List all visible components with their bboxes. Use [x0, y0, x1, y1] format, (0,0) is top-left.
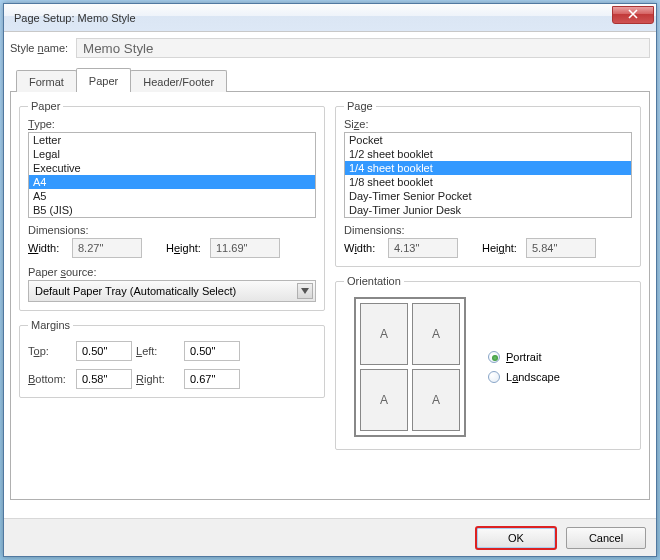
page-width-input[interactable]: 4.13" [388, 238, 458, 258]
paper-legend: Paper [28, 100, 63, 112]
paper-type-option[interactable]: B5 (JIS) [29, 203, 315, 217]
page-height-label: Height: [482, 242, 520, 254]
margin-bottom-label: Bottom: [28, 373, 72, 385]
page-height-input[interactable]: 5.84" [526, 238, 596, 258]
page-size-option[interactable]: 1/4 sheet booklet [345, 161, 631, 175]
page-group: Page Size: Pocket1/2 sheet booklet1/4 sh… [335, 100, 641, 267]
page-size-option[interactable]: 1/2 sheet booklet [345, 147, 631, 161]
preview-page: A [360, 369, 408, 431]
style-name-input[interactable] [76, 38, 650, 58]
paper-type-label: Type: [28, 118, 316, 130]
paper-type-option[interactable]: A4 [29, 175, 315, 189]
page-size-label: Size: [344, 118, 632, 130]
paper-width-input[interactable]: 8.27" [72, 238, 142, 258]
paper-width-label: Width: [28, 242, 66, 254]
portrait-label: Portrait [506, 351, 541, 363]
right-column: Page Size: Pocket1/2 sheet booklet1/4 sh… [335, 100, 641, 491]
page-setup-dialog: Page Setup: Memo Style Style name: Forma… [3, 3, 657, 557]
margin-top-input[interactable]: 0.50" [76, 341, 132, 361]
tab-header-footer[interactable]: Header/Footer [130, 70, 227, 92]
preview-page: A [360, 303, 408, 365]
margin-bottom-input[interactable]: 0.58" [76, 369, 132, 389]
ok-button[interactable]: OK [476, 527, 556, 549]
tabs: Format Paper Header/Footer [10, 68, 650, 92]
page-legend: Page [344, 100, 376, 112]
page-dimensions-label: Dimensions: [344, 224, 632, 236]
paper-dimensions-label: Dimensions: [28, 224, 316, 236]
left-column: Paper Type: LetterLegalExecutiveA4A5B5 (… [19, 100, 325, 491]
preview-page: A [412, 303, 460, 365]
paper-type-listbox[interactable]: LetterLegalExecutiveA4A5B5 (JIS) [28, 132, 316, 218]
orientation-legend: Orientation [344, 275, 404, 287]
margin-right-input[interactable]: 0.67" [184, 369, 240, 389]
paper-source-label: Paper source: [28, 266, 316, 278]
paper-type-option[interactable]: Legal [29, 147, 315, 161]
tab-format[interactable]: Format [16, 70, 77, 92]
margin-left-input[interactable]: 0.50" [184, 341, 240, 361]
cancel-button[interactable]: Cancel [566, 527, 646, 549]
page-size-option[interactable]: Day-Timer Senior Pocket [345, 189, 631, 203]
dialog-content: Style name: Format Paper Header/Footer P… [4, 32, 656, 518]
margins-legend: Margins [28, 319, 73, 331]
paper-source-value: Default Paper Tray (Automatically Select… [35, 285, 236, 297]
margin-left-label: Left: [136, 345, 180, 357]
paper-group: Paper Type: LetterLegalExecutiveA4A5B5 (… [19, 100, 325, 311]
radio-icon [488, 351, 500, 363]
page-size-listbox[interactable]: Pocket1/2 sheet booklet1/4 sheet booklet… [344, 132, 632, 218]
dialog-footer: OK Cancel [4, 518, 656, 556]
close-button[interactable] [612, 6, 654, 24]
orientation-group: Orientation A A A A Port [335, 275, 641, 450]
margin-top-label: Top: [28, 345, 72, 357]
landscape-label: Landscape [506, 371, 560, 383]
page-size-option[interactable]: Pocket [345, 133, 631, 147]
chevron-down-icon [297, 283, 313, 299]
tab-page-paper: Paper Type: LetterLegalExecutiveA4A5B5 (… [10, 92, 650, 500]
paper-source-dropdown[interactable]: Default Paper Tray (Automatically Select… [28, 280, 316, 302]
radio-icon [488, 371, 500, 383]
paper-type-option[interactable]: A5 [29, 189, 315, 203]
close-icon [628, 9, 638, 21]
margins-group: Margins Top: 0.50" Left: 0.50" Bottom: 0… [19, 319, 325, 398]
titlebar[interactable]: Page Setup: Memo Style [4, 4, 656, 32]
style-name-label: Style name: [10, 42, 68, 54]
landscape-radio[interactable]: Landscape [488, 371, 560, 383]
tab-paper[interactable]: Paper [76, 68, 131, 92]
window-title: Page Setup: Memo Style [14, 12, 136, 24]
page-size-option[interactable]: Day-Timer Junior Desk [345, 203, 631, 217]
paper-height-input[interactable]: 11.69" [210, 238, 280, 258]
style-name-row: Style name: [10, 38, 650, 58]
paper-type-option[interactable]: Letter [29, 133, 315, 147]
paper-height-label: Height: [166, 242, 204, 254]
portrait-radio[interactable]: Portrait [488, 351, 560, 363]
page-width-label: Width: [344, 242, 382, 254]
paper-type-option[interactable]: Executive [29, 161, 315, 175]
margin-right-label: Right: [136, 373, 180, 385]
preview-page: A [412, 369, 460, 431]
orientation-preview: A A A A [354, 297, 466, 437]
page-size-option[interactable]: 1/8 sheet booklet [345, 175, 631, 189]
